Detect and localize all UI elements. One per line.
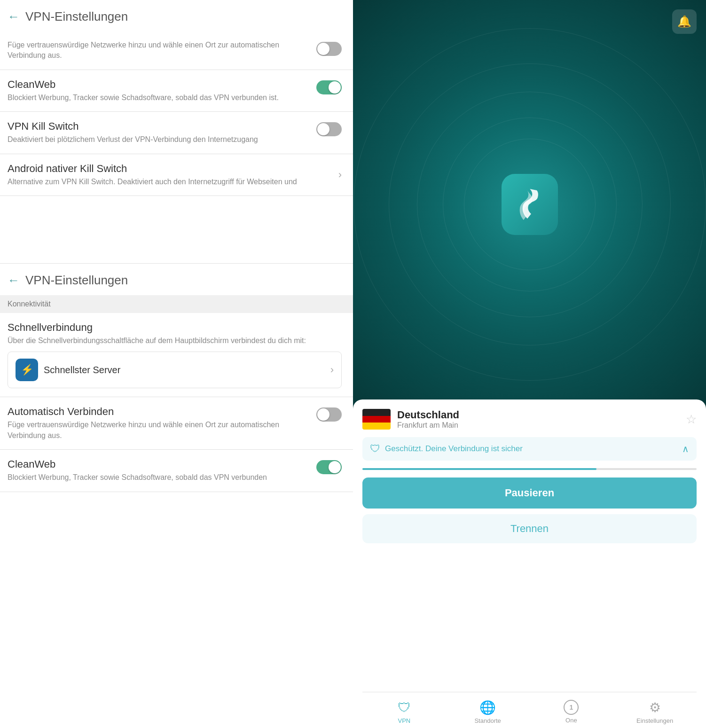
progress-bar xyxy=(362,468,697,470)
header-bottom: ← VPN-Einstellungen xyxy=(0,264,353,295)
kill-switch-title: VPN Kill Switch xyxy=(8,120,309,133)
chevron-right-icon: › xyxy=(338,169,342,181)
surfshark-logo xyxy=(502,174,558,235)
nav-label-einstellungen: Einstellungen xyxy=(636,717,673,724)
auto-connect-title: Automatisch Verbinden xyxy=(8,406,309,418)
left-panel: ← VPN-Einstellungen Füge vertrauenswürdi… xyxy=(0,0,353,728)
standorte-nav-icon: 🌐 xyxy=(479,700,496,715)
location-country: Deutschland xyxy=(397,409,686,421)
kill-switch-desc: Deaktiviert bei plötzlichem Verlust der … xyxy=(8,134,309,145)
quick-connect-label: Schnellster Server xyxy=(44,365,330,376)
schnellverbindung-title: Schnellverbindung xyxy=(8,321,342,334)
nav-item-vpn[interactable]: 🛡 VPN xyxy=(362,696,446,728)
page-title-top: VPN-Einstellungen xyxy=(25,9,128,24)
status-bar[interactable]: 🛡 Geschützt. Deine Verbindung ist sicher… xyxy=(362,437,697,461)
bottom-card: Deutschland Frankfurt am Main ☆ 🛡 Geschü… xyxy=(353,399,706,728)
setting-cleanweb-bottom: CleanWeb Blockiert Werbung, Tracker sowi… xyxy=(0,450,353,492)
cleanweb-bottom-toggle[interactable] xyxy=(316,460,342,474)
cleanweb-top-toggle[interactable] xyxy=(316,80,342,94)
one-badge: 1 xyxy=(564,700,579,715)
auto-connect-top-desc: Füge vertrauenswürdige Netzwerke hinzu u… xyxy=(8,40,309,61)
back-button-bottom[interactable]: ← xyxy=(8,273,20,288)
chevron-up-icon: ∧ xyxy=(682,443,689,454)
quick-connect-icon: ⚡ xyxy=(16,359,38,381)
right-panel: 🔔 Deutschland Frankfurt am Main ☆ xyxy=(353,0,706,728)
setting-auto-connect-top: Füge vertrauenswürdige Netzwerke hinzu u… xyxy=(0,31,353,70)
nav-label-one: One xyxy=(565,717,577,724)
favorite-star-icon[interactable]: ☆ xyxy=(686,412,697,427)
pause-button[interactable]: Pausieren xyxy=(362,478,697,509)
location-city: Frankfurt am Main xyxy=(397,421,686,430)
notification-icon: 🔔 xyxy=(677,15,691,28)
toggle-knob xyxy=(329,81,341,94)
vpn-background: 🔔 xyxy=(353,0,706,409)
nav-item-one[interactable]: 1 One xyxy=(530,696,613,728)
section-connectivity: Konnektivität xyxy=(0,295,353,313)
setting-kill-switch: VPN Kill Switch Deaktiviert bei plötzlic… xyxy=(0,112,353,154)
germany-flag xyxy=(362,409,391,430)
android-kill-switch-title: Android nativer Kill Switch xyxy=(8,163,331,175)
cleanweb-bottom-desc: Blockiert Werbung, Tracker sowie Schadso… xyxy=(8,472,309,483)
shield-icon: 🛡 xyxy=(370,443,380,455)
auto-connect-toggle[interactable] xyxy=(316,407,342,422)
page-title-bottom: VPN-Einstellungen xyxy=(25,273,128,288)
location-row: Deutschland Frankfurt am Main ☆ xyxy=(362,409,697,430)
disconnect-button[interactable]: Trennen xyxy=(362,514,697,543)
header-top: ← VPN-Einstellungen xyxy=(0,0,353,31)
notification-button[interactable]: 🔔 xyxy=(672,9,697,34)
screen-top: ← VPN-Einstellungen Füge vertrauenswürdi… xyxy=(0,0,353,263)
location-info: Deutschland Frankfurt am Main xyxy=(397,409,686,430)
progress-fill xyxy=(362,468,596,470)
screen-bottom: ← VPN-Einstellungen Konnektivität Schnel… xyxy=(0,263,353,728)
android-kill-switch-desc: Alternative zum VPN Kill Switch. Deaktiv… xyxy=(8,177,331,187)
nav-label-vpn: VPN xyxy=(398,717,411,724)
setting-cleanweb-top: CleanWeb Blockiert Werbung, Tracker sowi… xyxy=(0,70,353,112)
chevron-right-icon: › xyxy=(330,364,334,376)
bottom-nav: 🛡 VPN 🌐 Standorte 1 One ⚙ Einstellungen xyxy=(362,692,697,728)
nav-item-standorte[interactable]: 🌐 Standorte xyxy=(446,696,530,728)
schnellverbindung-desc: Über die Schnellverbindungsschaltfläche … xyxy=(8,336,342,346)
auto-connect-desc: Füge vertrauenswürdige Netzwerke hinzu u… xyxy=(8,420,309,441)
cleanweb-top-title: CleanWeb xyxy=(8,78,309,91)
setting-schnellverbindung: Schnellverbindung Über die Schnellverbin… xyxy=(0,313,353,397)
surfshark-s-icon xyxy=(513,183,546,226)
back-button-top[interactable]: ← xyxy=(8,9,20,24)
toggle-knob xyxy=(317,123,329,135)
nav-item-einstellungen[interactable]: ⚙ Einstellungen xyxy=(613,696,697,728)
setting-auto-connect-bottom: Automatisch Verbinden Füge vertrauenswür… xyxy=(0,397,353,450)
nav-label-standorte: Standorte xyxy=(474,717,501,724)
cleanweb-bottom-title: CleanWeb xyxy=(8,458,309,470)
quick-connect-box[interactable]: ⚡ Schnellster Server › xyxy=(8,352,342,388)
kill-switch-toggle[interactable] xyxy=(316,122,342,136)
vpn-nav-icon: 🛡 xyxy=(398,700,411,715)
status-text: Geschützt. Deine Verbindung ist sicher xyxy=(385,444,682,454)
auto-connect-top-toggle[interactable] xyxy=(316,42,342,56)
toggle-knob xyxy=(317,43,329,55)
setting-android-kill-switch[interactable]: Android nativer Kill Switch Alternative … xyxy=(0,154,353,196)
cleanweb-top-desc: Blockiert Werbung, Tracker sowie Schadso… xyxy=(8,93,309,103)
toggle-knob xyxy=(329,461,341,473)
einstellungen-nav-icon: ⚙ xyxy=(649,700,661,715)
toggle-knob xyxy=(317,408,329,421)
